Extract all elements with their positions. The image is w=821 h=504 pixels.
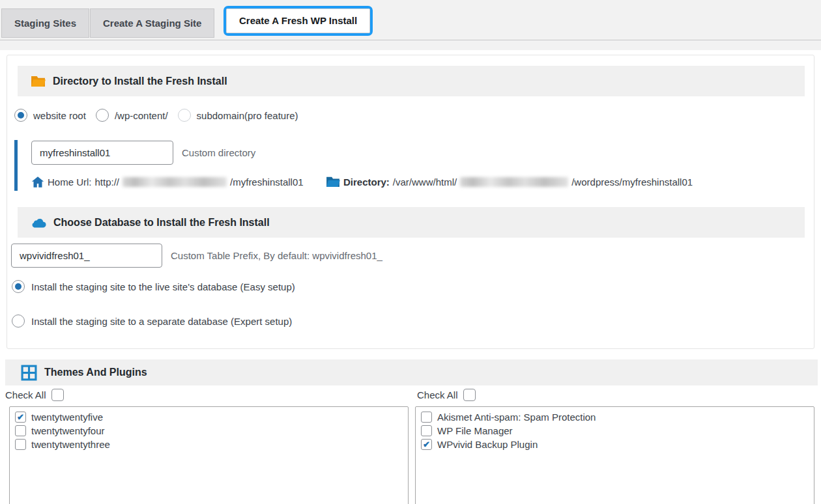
home-icon — [31, 176, 44, 188]
plugin-checkbox[interactable] — [421, 439, 432, 450]
theme-item[interactable]: twentytwentyfour — [15, 424, 408, 438]
blurred-domain — [122, 177, 227, 187]
cloud-icon — [31, 217, 46, 228]
plugin-item[interactable]: WPvivid Backup Plugin — [421, 438, 814, 451]
directory-path-suffix: /wordpress/myfreshinstall01 — [571, 176, 693, 188]
plugins-check-all: Check All — [417, 389, 476, 401]
themes-listbox[interactable]: twentytwentyfive twentytwentyfour twenty… — [9, 406, 409, 504]
folder-orange-icon — [31, 75, 46, 87]
themes-check-all: Check All — [5, 389, 64, 401]
tab-staging-sites[interactable]: Staging Sites — [1, 8, 89, 38]
option-separate-database[interactable]: Install the staging site to a separate d… — [12, 315, 292, 328]
tab-create-fresh-wp-install[interactable]: Create A Fresh WP Install — [226, 8, 370, 33]
wp-content-label: /wp-content/ — [115, 110, 168, 121]
database-section-header: Choose Database to Install the Fresh Ins… — [18, 207, 805, 238]
grid-icon — [21, 365, 37, 381]
option-wp-content[interactable]: /wp-content/ — [96, 109, 168, 122]
url-and-path-row: Home Url: http:// /myfreshinstall01 Dire… — [31, 176, 800, 190]
blurred-path-segment — [460, 177, 568, 187]
plugins-check-all-checkbox[interactable] — [463, 389, 476, 401]
live-database-label: Install the staging site to the live sit… — [31, 281, 295, 292]
option-subdomain[interactable]: subdomain(pro feature) — [178, 109, 298, 122]
theme-checkbox[interactable] — [15, 425, 26, 436]
plugins-listbox[interactable]: Akismet Anti-spam: Spam Protection WP Fi… — [415, 406, 814, 504]
home-url-label: Home Url: — [48, 176, 92, 188]
live-database-radio[interactable] — [12, 280, 25, 293]
themes-check-all-checkbox[interactable] — [51, 389, 64, 401]
themes-plugins-title: Themes And Plugins — [44, 367, 147, 378]
separate-database-label: Install the staging site to a separate d… — [31, 316, 292, 327]
theme-label: twentytwentyfive — [31, 412, 103, 423]
home-url-group: Home Url: http:// /myfreshinstall01 — [31, 176, 304, 188]
separate-database-radio[interactable] — [12, 315, 25, 328]
option-live-database[interactable]: Install the staging site to the live sit… — [12, 280, 295, 293]
table-prefix-input[interactable] — [11, 244, 162, 268]
theme-checkbox[interactable] — [15, 439, 26, 450]
website-root-label: website root — [33, 110, 86, 121]
plugin-checkbox[interactable] — [421, 425, 432, 436]
website-root-radio[interactable] — [14, 109, 27, 122]
home-url-prefix: http:// — [95, 176, 120, 188]
wp-content-radio[interactable] — [96, 109, 109, 122]
active-tab-highlight-box: Create A Fresh WP Install — [223, 6, 373, 36]
themes-check-all-label: Check All — [5, 389, 46, 400]
directory-path-prefix: /var/www/html/ — [393, 176, 457, 188]
subdomain-label: subdomain(pro feature) — [197, 110, 298, 121]
folder-blue-icon — [326, 176, 340, 188]
theme-label: twentytwentyfour — [31, 425, 105, 436]
directory-section-header: Directory to Install the Fresh Install — [18, 66, 805, 96]
option-website-root[interactable]: website root — [14, 109, 86, 122]
tab-bar: Staging Sites Create A Staging Site Crea… — [0, 0, 821, 50]
themes-plugins-header: Themes And Plugins — [5, 359, 818, 385]
tab-bar-divider — [0, 40, 821, 40]
custom-directory-row: Custom directory — [31, 141, 255, 165]
custom-directory-label: Custom directory — [182, 147, 255, 158]
database-section-title: Choose Database to Install the Fresh Ins… — [53, 217, 270, 229]
directory-path-label: Directory: — [343, 176, 390, 188]
directory-accent-bar — [14, 140, 18, 191]
subdomain-radio[interactable] — [178, 109, 191, 122]
install-location-options: website root /wp-content/ subdomain(pro … — [14, 109, 308, 122]
directory-section-title: Directory to Install the Fresh Install — [53, 76, 227, 87]
theme-item[interactable]: twentytwentyfive — [15, 410, 408, 424]
tab-create-staging-site[interactable]: Create A Staging Site — [90, 8, 214, 38]
home-url-suffix: /myfreshinstall01 — [230, 176, 304, 188]
plugin-label: Akismet Anti-spam: Spam Protection — [437, 412, 596, 423]
plugin-item[interactable]: Akismet Anti-spam: Spam Protection — [421, 410, 814, 424]
custom-directory-input[interactable] — [31, 141, 173, 165]
theme-label: twentytwentythree — [31, 439, 110, 450]
theme-checkbox[interactable] — [15, 412, 26, 423]
plugin-checkbox[interactable] — [421, 412, 432, 423]
directory-path-group: Directory: /var/www/html/ /wordpress/myf… — [326, 176, 693, 188]
plugins-check-all-label: Check All — [417, 389, 458, 400]
plugin-label: WP File Manager — [437, 425, 513, 436]
plugin-item[interactable]: WP File Manager — [421, 424, 814, 438]
theme-item[interactable]: twentytwentythree — [15, 438, 408, 451]
table-prefix-label: Custom Table Prefix, By default: wpvivid… — [171, 250, 382, 261]
fresh-install-panel: Directory to Install the Fresh Install w… — [7, 55, 814, 349]
table-prefix-row: Custom Table Prefix, By default: wpvivid… — [11, 244, 382, 268]
plugin-label: WPvivid Backup Plugin — [437, 439, 538, 450]
